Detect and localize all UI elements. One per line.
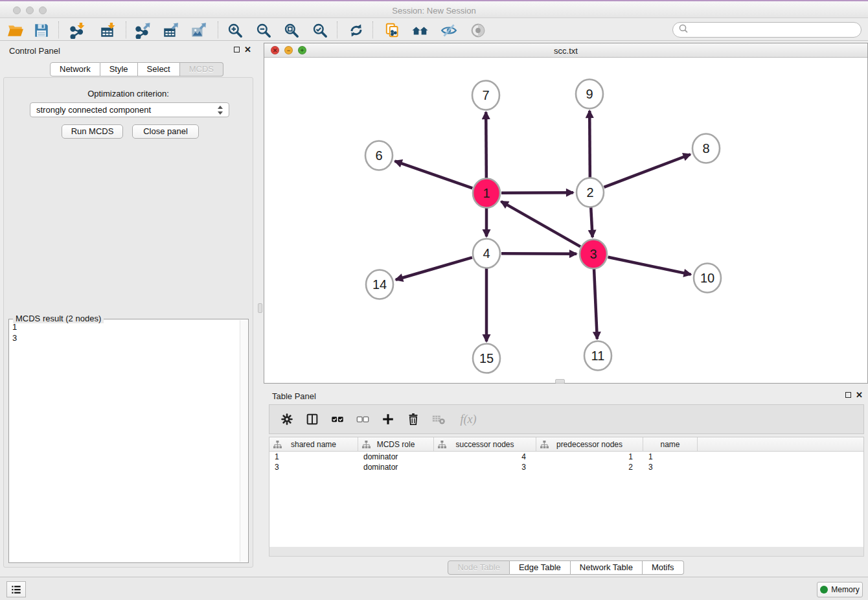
- column-header-shared-name[interactable]: shared name: [269, 437, 358, 451]
- table-scroll-strip[interactable]: [269, 547, 864, 557]
- cell-name: 1: [643, 452, 698, 462]
- table-row[interactable]: 1dominator411: [269, 452, 863, 462]
- criterion-dropdown[interactable]: strongly connected component: [30, 102, 229, 117]
- mcds-result-text[interactable]: 1 3: [12, 321, 238, 560]
- memory-status-icon: [820, 586, 828, 594]
- search-field[interactable]: [672, 22, 862, 38]
- graph-node-2[interactable]: 2: [577, 178, 604, 207]
- import-network-icon[interactable]: [68, 21, 86, 39]
- hierarchy-icon: [540, 441, 549, 448]
- graph-edge-2-3[interactable]: [591, 207, 592, 237]
- open-session-icon[interactable]: [6, 21, 24, 39]
- graph-node-8[interactable]: 8: [692, 134, 720, 163]
- close-panel-button[interactable]: Close panel: [132, 124, 199, 139]
- close-panel-icon[interactable]: ✕: [244, 45, 251, 54]
- graph-node-7[interactable]: 7: [472, 81, 499, 110]
- graph-node-10[interactable]: 10: [694, 264, 721, 293]
- export-image-icon[interactable]: [189, 21, 207, 39]
- network-canvas[interactable]: 1234678910111415: [264, 58, 867, 384]
- tab-select[interactable]: Select: [138, 62, 180, 76]
- graph-node-11[interactable]: 11: [584, 341, 611, 371]
- float-panel-icon[interactable]: [234, 47, 240, 52]
- column-header-mcds-role[interactable]: MCDS role: [358, 437, 434, 451]
- svg-text:3: 3: [589, 247, 597, 261]
- show-all-icon[interactable]: [469, 21, 486, 39]
- tab-style[interactable]: Style: [100, 62, 138, 76]
- main-toolbar: [0, 19, 868, 41]
- refresh-view-icon[interactable]: [347, 21, 365, 39]
- tab-node-table[interactable]: Node Table: [448, 560, 510, 575]
- graph-node-15[interactable]: 15: [473, 344, 500, 373]
- function-builder-icon[interactable]: f(x): [455, 411, 481, 428]
- dropdown-stepper-icon: [217, 106, 224, 115]
- graph-edge-3-11[interactable]: [594, 269, 597, 339]
- search-input[interactable]: [689, 23, 861, 36]
- cell-successor-nodes: 4: [434, 452, 536, 462]
- add-row-icon[interactable]: [380, 411, 396, 428]
- graph-edge-2-8[interactable]: [604, 154, 691, 187]
- clear-all-checks-icon[interactable]: [354, 411, 371, 428]
- column-header-successor-nodes[interactable]: successor nodes: [434, 437, 536, 451]
- cell-shared-name: 1: [269, 452, 358, 462]
- select-all-checks-icon[interactable]: [329, 411, 346, 428]
- table-settings-icon[interactable]: [279, 411, 295, 428]
- column-header-predecessor-nodes[interactable]: predecessor nodes: [536, 437, 643, 451]
- zoom-fit-icon[interactable]: [282, 21, 300, 39]
- tab-motifs[interactable]: Motifs: [643, 560, 684, 575]
- node-table: shared nameMCDS rolesuccessor nodesprede…: [269, 437, 864, 556]
- show-columns-icon[interactable]: [304, 411, 321, 428]
- horizontal-splitter-grip[interactable]: [555, 379, 565, 384]
- column-header-name[interactable]: name: [643, 437, 698, 451]
- delete-table-icon[interactable]: [430, 411, 447, 428]
- graph-edge-3-10[interactable]: [608, 257, 691, 275]
- column-label: shared name: [291, 440, 336, 449]
- close-panel-icon[interactable]: ✕: [856, 390, 863, 400]
- table-panel-title: Table Panel: [272, 391, 316, 401]
- tab-edge-table[interactable]: Edge Table: [510, 560, 571, 575]
- clone-network-icon[interactable]: [383, 21, 401, 39]
- float-panel-icon[interactable]: [845, 392, 851, 398]
- svg-text:2: 2: [586, 185, 593, 200]
- run-mcds-button[interactable]: Run MCDS: [62, 124, 123, 139]
- task-history-button[interactable]: [6, 581, 26, 597]
- graph-node-14[interactable]: 14: [366, 270, 393, 299]
- import-table-icon[interactable]: [98, 21, 116, 39]
- memory-label: Memory: [831, 585, 859, 594]
- zoom-in-icon[interactable]: [226, 21, 244, 39]
- result-scrollbar[interactable]: [240, 320, 247, 562]
- memory-button[interactable]: Memory: [817, 582, 863, 597]
- graph-node-6[interactable]: 6: [365, 141, 393, 170]
- graph-edge-4-3[interactable]: [501, 253, 577, 254]
- delete-row-icon[interactable]: [405, 411, 422, 428]
- save-session-icon[interactable]: [32, 21, 50, 39]
- graph-node-3[interactable]: 3: [580, 240, 607, 269]
- graph-node-9[interactable]: 9: [576, 80, 603, 109]
- export-network-icon[interactable]: [133, 21, 151, 39]
- cell-predecessor-nodes: 2: [536, 462, 643, 472]
- tab-network-table[interactable]: Network Table: [571, 560, 643, 575]
- cell-shared-name: 3: [269, 462, 358, 472]
- graph-edge-3-1[interactable]: [501, 202, 580, 247]
- tab-mcds[interactable]: MCDS: [180, 62, 223, 76]
- svg-text:15: 15: [479, 351, 494, 365]
- cell-name: 3: [643, 462, 698, 472]
- hide-selected-icon[interactable]: [440, 21, 457, 39]
- table-row[interactable]: 3dominator323: [269, 462, 863, 472]
- tab-network[interactable]: Network: [50, 62, 100, 76]
- graph-edge-1-2[interactable]: [501, 192, 573, 193]
- graph-edge-1-6[interactable]: [395, 161, 473, 189]
- graph-node-4[interactable]: 4: [473, 239, 500, 268]
- zoom-selected-icon[interactable]: [311, 21, 328, 39]
- network-window-title: scc.txt: [264, 46, 867, 56]
- graph-edge-1-7[interactable]: [486, 112, 486, 178]
- hierarchy-icon: [438, 441, 446, 448]
- graph-node-1[interactable]: 1: [473, 179, 500, 208]
- first-neighbors-icon[interactable]: [411, 21, 429, 39]
- graph-edge-4-14[interactable]: [396, 257, 472, 279]
- zoom-out-icon[interactable]: [255, 21, 272, 39]
- graph-edge-2-9[interactable]: [589, 111, 590, 178]
- vertical-splitter-grip[interactable]: [258, 303, 262, 313]
- export-table-icon[interactable]: [161, 21, 179, 39]
- window-title: Session: New Session: [0, 6, 868, 16]
- toolbar-separator: [58, 21, 59, 38]
